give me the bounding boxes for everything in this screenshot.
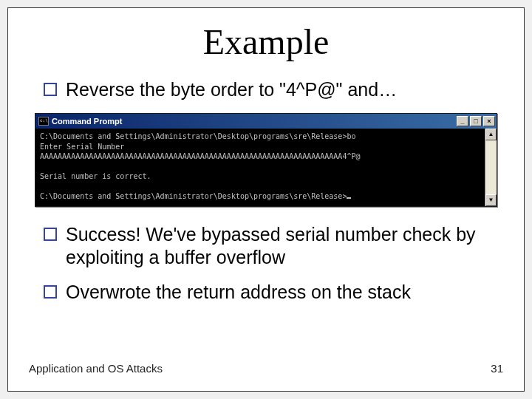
terminal-line: C:\Documents and Settings\Administrator\… <box>40 132 355 140</box>
bullet-2-text: Success! We've bypassed serial number ch… <box>66 223 503 270</box>
terminal-line: Serial number is correct. <box>40 172 151 180</box>
bullet-2: Success! We've bypassed serial number ch… <box>44 223 503 270</box>
terminal-area: C:\Documents and Settings\Administrator\… <box>35 129 497 206</box>
square-bullet-icon <box>44 83 57 96</box>
footer-left: Application and OS Attacks <box>29 362 163 375</box>
minimize-button[interactable]: _ <box>457 116 468 126</box>
terminal-line: AAAAAAAAAAAAAAAAAAAAAAAAAAAAAAAAAAAAAAAA… <box>40 152 360 160</box>
terminal-line: Enter Serial Number <box>40 143 124 151</box>
square-bullet-icon <box>44 228 57 241</box>
slide-title: Example <box>21 21 511 62</box>
terminal-line: C:\Documents and Settings\Administrator\… <box>40 192 347 200</box>
bullet-1-text: Reverse the byte order to "4^P@" and… <box>66 78 397 101</box>
vertical-scrollbar[interactable]: ▲ ▼ <box>485 129 497 206</box>
command-prompt-window: Command Prompt _ □ × C:\Documents and Se… <box>35 113 497 207</box>
window-title-text: Command Prompt <box>52 117 457 126</box>
scroll-up-button[interactable]: ▲ <box>485 129 497 140</box>
bullet-3: Overwrote the return address on the stac… <box>44 281 503 304</box>
close-button[interactable]: × <box>483 116 495 126</box>
window-buttons: _ □ × <box>457 116 495 126</box>
slide-footer: Application and OS Attacks 31 <box>29 362 503 375</box>
window-titlebar[interactable]: Command Prompt _ □ × <box>35 114 497 129</box>
cursor-icon <box>347 197 351 199</box>
page-number: 31 <box>491 362 503 375</box>
maximize-button[interactable]: □ <box>470 116 482 126</box>
scroll-down-button[interactable]: ▼ <box>485 194 497 206</box>
slide: Example Reverse the byte order to "4^P@"… <box>7 7 525 392</box>
command-prompt-icon <box>38 117 49 126</box>
scroll-track[interactable] <box>485 140 497 194</box>
bullet-3-text: Overwrote the return address on the stac… <box>66 281 411 304</box>
square-bullet-icon <box>44 285 57 299</box>
bullet-1: Reverse the byte order to "4^P@" and… <box>44 78 511 101</box>
terminal-output[interactable]: C:\Documents and Settings\Administrator\… <box>35 129 497 206</box>
